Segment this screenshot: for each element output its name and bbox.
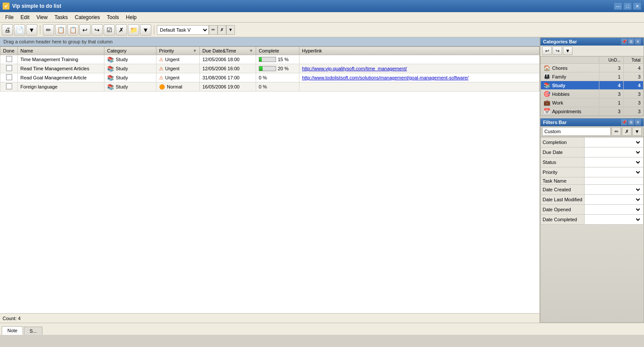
filter-control[interactable] (584, 195, 643, 205)
categories-table: UnD... Total 🏠 Chores 3 4 👨‍👩‍👧 Family (540, 56, 644, 116)
menu-categories[interactable]: Categories (72, 13, 104, 21)
category-row[interactable]: 👨‍👩‍👧 Family 1 3 (541, 72, 644, 81)
menu-view[interactable]: View (33, 13, 51, 21)
category-row[interactable]: 💼 Work 1 3 (541, 98, 644, 107)
minimize-button[interactable]: — (614, 2, 622, 10)
edit-button[interactable]: ✏ (43, 24, 54, 36)
cat-add-btn[interactable]: ↩ (542, 46, 552, 55)
custom-filter-edit[interactable]: ✏ (611, 127, 621, 136)
done-checkbox[interactable] (6, 74, 12, 80)
cat-row-name: Chores (552, 65, 567, 71)
col-header-complete[interactable]: Complete (256, 47, 299, 55)
task-view-dropdown[interactable]: Default Task V ✏ ✗ ▼ (157, 25, 235, 35)
dropdown-btn[interactable]: ▼ (26, 24, 37, 36)
paste-button[interactable]: 📋 (67, 24, 78, 36)
filter-control[interactable] (584, 157, 643, 167)
category-row[interactable]: 🎯 Hobbies 3 3 (541, 90, 644, 98)
task-view-remove[interactable]: ✗ (218, 25, 226, 35)
col-header-category[interactable]: Category (104, 47, 156, 55)
redo-button[interactable]: ↪ (91, 24, 103, 36)
custom-filter-input[interactable] (542, 127, 611, 136)
filter-control[interactable] (584, 177, 643, 185)
print-button[interactable]: 🖨 (2, 24, 13, 36)
filter-input[interactable] (586, 178, 641, 183)
folder-button[interactable]: 📁 (128, 24, 139, 36)
filter-control[interactable] (584, 167, 643, 177)
task-category: 📚Study (104, 82, 156, 92)
filter-control[interactable] (584, 205, 643, 215)
task-view-arrow[interactable]: ▼ (226, 25, 235, 35)
task-hyperlink[interactable]: http://www.vip-qualitysoft.com/time_mana… (299, 64, 540, 73)
table-row[interactable]: Time Management Training📚Study⚠Urgent12/… (0, 55, 540, 64)
close-button[interactable]: ✕ (633, 2, 641, 10)
filter-bar-float[interactable]: ⧉ (628, 119, 634, 125)
cat-name-cell: 💼 Work (541, 98, 599, 107)
delete-button[interactable]: ✗ (116, 24, 127, 36)
filter-bar-close[interactable]: ✕ (635, 119, 641, 125)
menu-tools[interactable]: Tools (104, 13, 123, 21)
cat-more-btn[interactable]: ▼ (563, 46, 572, 55)
maximize-button[interactable]: □ (623, 2, 632, 10)
cat-bar-pin[interactable]: 📌 (621, 39, 627, 45)
cat-bar-float[interactable]: ⧉ (628, 39, 634, 45)
task-complete: 20 % (256, 64, 299, 73)
cat-col-name (541, 57, 599, 64)
col-header-date[interactable]: Due Date&Time▼ (200, 47, 256, 55)
undo-button[interactable]: ↩ (79, 24, 91, 36)
filter-control[interactable] (584, 147, 643, 157)
task-view-select[interactable]: Default Task V (157, 25, 209, 35)
done-checkbox[interactable] (6, 83, 12, 89)
tab-note[interactable]: Note (2, 326, 23, 335)
custom-filter-arrow[interactable]: ▼ (632, 127, 642, 136)
table-row[interactable]: Read Goal Management Article📚Study⚠Urgen… (0, 73, 540, 82)
category-row[interactable]: 📚 Study 4 4 (541, 81, 644, 90)
cat-total: 3 (623, 90, 643, 98)
menu-edit[interactable]: Edit (17, 13, 33, 21)
table-row[interactable]: Read Time Management Articles📚Study⚠Urge… (0, 64, 540, 73)
category-row[interactable]: 📅 Appointments 3 3 (541, 107, 644, 116)
task-hyperlink[interactable]: http://www.todolistsoft.com/solutions/ma… (299, 73, 540, 82)
filter-row: Date Created (541, 185, 644, 195)
filter-select[interactable] (586, 186, 641, 193)
menu-file[interactable]: File (2, 13, 17, 21)
filter-select[interactable] (586, 196, 641, 203)
filter-select[interactable] (586, 158, 641, 166)
priority-label: Normal (167, 84, 182, 89)
custom-filter-clear[interactable]: ✗ (622, 127, 631, 136)
copy-button[interactable]: 📋 (55, 24, 66, 36)
check-button[interactable]: ☑ (104, 24, 115, 36)
tab-subtasks[interactable]: S... (24, 327, 42, 335)
filter-bar-pin[interactable]: 📌 (621, 119, 627, 125)
category-row[interactable]: 🏠 Chores 3 4 (541, 64, 644, 72)
done-checkbox[interactable] (6, 56, 12, 62)
filter-select[interactable] (586, 138, 641, 146)
new-task-button[interactable]: 📄 (14, 24, 25, 36)
menu-help[interactable]: Help (123, 13, 140, 21)
filter-select[interactable] (586, 216, 641, 223)
filter-control[interactable] (584, 185, 643, 195)
cat-edit-btn[interactable]: ↪ (553, 46, 562, 55)
col-header-name[interactable]: Name (18, 47, 104, 55)
col-header-hyperlink[interactable]: Hyperlink (299, 47, 540, 55)
cat-bar-close[interactable]: ✕ (635, 39, 641, 45)
filter-control[interactable] (584, 215, 643, 225)
menu-bar: File Edit View Tasks Categories Tools He… (0, 12, 644, 23)
task-view-edit[interactable]: ✏ (209, 25, 218, 35)
filter-select[interactable] (586, 148, 641, 156)
table-row[interactable]: Foreign language📚Study🟠Normal16/05/2006 … (0, 82, 540, 92)
filter-control[interactable] (584, 137, 643, 147)
menu-tasks[interactable]: Tasks (51, 13, 72, 21)
task-table: Done Name Category Priority▼ Due Date&Ti (0, 46, 540, 92)
folder-dropdown[interactable]: ▼ (140, 24, 151, 36)
task-due-date: 12/05/2006 16:00 (200, 64, 256, 73)
task-name: Read Goal Management Article (18, 73, 104, 82)
col-header-priority[interactable]: Priority▼ (156, 47, 200, 55)
priority-icon: ⚠ (159, 75, 163, 81)
category-icon: 📚 (107, 75, 114, 81)
cat-name-cell: 👨‍👩‍👧 Family (541, 72, 599, 81)
filters-bar: Filters Bar 📌 ⧉ ✕ ✏ ✗ ▼ CompletionDue Da… (540, 118, 644, 323)
done-checkbox[interactable] (6, 65, 12, 71)
filter-select[interactable] (586, 206, 641, 213)
filter-select[interactable] (586, 168, 641, 176)
col-header-done[interactable]: Done (0, 47, 18, 55)
